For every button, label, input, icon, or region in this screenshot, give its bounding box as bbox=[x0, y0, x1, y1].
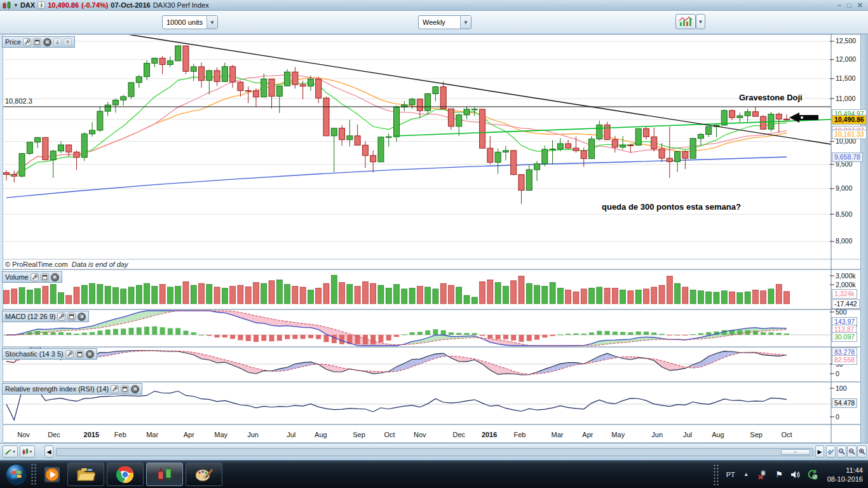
paint-icon bbox=[194, 466, 214, 484]
wrench-icon[interactable] bbox=[23, 38, 31, 46]
scroll-right-arrow[interactable]: ▶ bbox=[815, 445, 824, 458]
window-controls: – □ ✕ bbox=[837, 1, 865, 10]
close-icon[interactable]: ✕ bbox=[131, 385, 139, 393]
sync-icon[interactable] bbox=[807, 469, 818, 480]
power-icon[interactable] bbox=[757, 469, 768, 480]
volume-panel-header: Volume ✕ bbox=[2, 271, 62, 283]
folder-icon bbox=[76, 466, 95, 483]
volume-panel-label: Volume bbox=[5, 273, 29, 281]
data-note: Data is end of day bbox=[72, 261, 128, 268]
move-up-icon[interactable] bbox=[64, 38, 72, 46]
clock-time: 11:44 bbox=[827, 466, 863, 475]
candle-display-button[interactable]: ▼ bbox=[20, 445, 35, 458]
wrench-icon[interactable] bbox=[31, 273, 39, 281]
taskbar-grip bbox=[713, 464, 719, 485]
close-button[interactable]: ✕ bbox=[857, 1, 863, 10]
price-panel-label: Price bbox=[5, 38, 21, 46]
close-icon[interactable]: ✕ bbox=[43, 38, 51, 46]
annotation-question: queda de 300 pontos esta semana? bbox=[602, 202, 741, 212]
units-dropdown[interactable]: 10000 units ▼ bbox=[162, 15, 218, 29]
desktop: 12,50012,00011,50011,00010,0009,5009,000… bbox=[0, 0, 868, 488]
zoom-range-button[interactable] bbox=[837, 445, 846, 458]
hidden-icons-arrow[interactable]: ▲ bbox=[741, 469, 752, 480]
resistance-level-label: 10,802.3 bbox=[5, 97, 32, 105]
media-player-icon bbox=[43, 465, 62, 484]
rsi-panel-header: Relative strength index (RSI) (14) ✕ bbox=[2, 383, 142, 395]
windows-taskbar: PT ▲ ⚑ 11:44 08-10-2016 bbox=[0, 461, 868, 488]
last-price: 10,490.86 bbox=[48, 1, 79, 9]
chrome-icon bbox=[116, 466, 134, 484]
window-icon[interactable] bbox=[67, 313, 76, 321]
taskbar-item-chrome[interactable] bbox=[107, 463, 144, 486]
candlestick-app-icon bbox=[156, 466, 173, 484]
action-center-flag-icon[interactable]: ⚑ bbox=[774, 469, 785, 480]
price-panel-header: Price ✕ bbox=[2, 36, 75, 48]
maximize-button[interactable]: □ bbox=[847, 1, 851, 10]
clock-date: 08-10-2016 bbox=[827, 475, 863, 484]
timeframe-value: Weekly bbox=[419, 18, 460, 26]
close-icon[interactable]: ✕ bbox=[51, 273, 59, 281]
annotation-gravestone-doji: Gravestone Doji bbox=[739, 93, 803, 102]
chart-canvas[interactable] bbox=[0, 0, 868, 488]
taskbar-clock[interactable]: 11:44 08-10-2016 bbox=[824, 466, 863, 484]
stochastic-panel-header: Stochastic (14 3 5) ✕ bbox=[2, 348, 97, 360]
taskbar-item-prorealtime[interactable] bbox=[146, 463, 183, 486]
draw-tool-button[interactable]: ▼ bbox=[3, 445, 18, 458]
macd-panel-header: MACD (12 26 9) ✕ bbox=[2, 311, 89, 322]
taskbar-grip bbox=[31, 463, 37, 486]
change-percent: (-0.74%) bbox=[81, 1, 108, 9]
wrench-icon[interactable] bbox=[111, 385, 119, 393]
chart-status-bar: ▼ ▼ ◀ ≡ ▶ bbox=[0, 443, 868, 461]
chart-style-dropdown-arrow[interactable]: ▼ bbox=[696, 14, 705, 29]
window-icon[interactable] bbox=[41, 273, 49, 281]
wrench-icon[interactable] bbox=[57, 313, 65, 321]
scrollbar-thumb[interactable]: ≡ bbox=[781, 449, 810, 455]
chart-style-button[interactable] bbox=[675, 14, 696, 29]
system-tray: PT ▲ ⚑ 11:44 08-10-2016 bbox=[712, 464, 868, 485]
quote-date: 07-Oct-2016 bbox=[111, 1, 150, 9]
window-left-edge bbox=[0, 34, 3, 443]
chart-toolbar: 10000 units ▼ Weekly ▼ ▼ bbox=[0, 11, 868, 34]
move-down-icon[interactable] bbox=[53, 38, 62, 46]
zoom-out-button[interactable] bbox=[847, 445, 857, 458]
taskbar-item-paint[interactable] bbox=[186, 463, 222, 486]
chart-style-icon bbox=[679, 16, 693, 27]
chevron-down-icon[interactable]: ▼ bbox=[207, 16, 217, 29]
app-candlestick-icon bbox=[3, 1, 11, 10]
language-indicator[interactable]: PT bbox=[726, 471, 735, 478]
minimize-button[interactable]: – bbox=[837, 1, 841, 10]
symbol-label: DAX bbox=[20, 1, 35, 9]
timeframe-dropdown[interactable]: Weekly ▼ bbox=[418, 15, 471, 29]
taskbar-item-media-player[interactable] bbox=[38, 465, 66, 484]
close-icon[interactable]: ✕ bbox=[86, 350, 94, 358]
copyright-text: © ProRealTime.com bbox=[5, 261, 68, 268]
info-icon[interactable]: i bbox=[37, 1, 45, 9]
window-icon[interactable] bbox=[121, 385, 129, 393]
chevron-down-icon[interactable]: ▼ bbox=[460, 16, 471, 29]
volume-icon[interactable] bbox=[790, 469, 801, 480]
window-icon[interactable] bbox=[76, 350, 84, 358]
taskbar-item-explorer[interactable] bbox=[67, 463, 104, 486]
window-title-bar: ▼ DAX i 10,490.86 (-0.74%) 07-Oct-2016 D… bbox=[0, 0, 868, 11]
close-icon[interactable]: ✕ bbox=[78, 313, 86, 321]
scroll-left-arrow[interactable]: ◀ bbox=[44, 445, 53, 458]
cursor-chart-button[interactable] bbox=[826, 445, 836, 458]
symbol-dropdown-caret[interactable]: ▼ bbox=[13, 3, 18, 8]
window-icon[interactable] bbox=[33, 38, 41, 46]
wrench-icon[interactable] bbox=[65, 350, 74, 358]
stochastic-panel-label: Stochastic (14 3 5) bbox=[5, 350, 64, 358]
macd-panel-label: MACD (12 26 9) bbox=[5, 313, 55, 320]
instrument-name: DAX30 Perf Index bbox=[153, 1, 209, 9]
window-right-edge bbox=[860, 34, 868, 443]
rsi-panel-label: Relative strength index (RSI) (14) bbox=[5, 385, 109, 393]
zoom-in-button[interactable] bbox=[857, 445, 867, 458]
copyright-note: © ProRealTime.comData is end of day bbox=[5, 261, 128, 268]
start-button[interactable] bbox=[4, 462, 29, 487]
windows-logo-icon bbox=[5, 463, 28, 486]
time-scrollbar[interactable]: ≡ bbox=[56, 448, 813, 456]
units-value: 10000 units bbox=[163, 18, 207, 26]
